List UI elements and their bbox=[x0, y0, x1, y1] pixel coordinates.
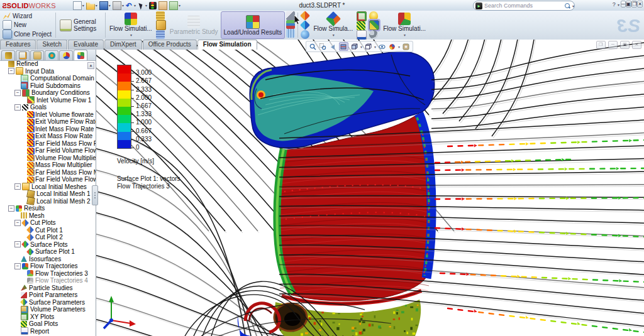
collapse-icon[interactable]: − bbox=[14, 220, 21, 226]
maximize-button[interactable]: ▣ bbox=[626, 1, 632, 8]
tree-item-local-initial-meshes[interactable]: −Local Initial Meshes bbox=[0, 183, 96, 191]
tree-item-surface-parameters[interactable]: Surface Parameters bbox=[0, 299, 96, 306]
zoom-fit-button[interactable] bbox=[309, 43, 317, 50]
panel-tab-property-manager[interactable] bbox=[16, 50, 30, 60]
dropdown-icon[interactable]: ▾ bbox=[96, 3, 97, 8]
solver-button[interactable] bbox=[156, 20, 166, 30]
tree-item-mass-flow-multiplier[interactable]: Mass Flow Multiplier bbox=[0, 161, 96, 169]
save-button[interactable]: ▾ bbox=[99, 1, 111, 10]
grid-results-button[interactable] bbox=[286, 29, 295, 38]
search-icon[interactable] bbox=[565, 3, 570, 9]
probe-button[interactable] bbox=[286, 11, 295, 20]
tree-item-goals[interactable]: −Goals bbox=[0, 104, 96, 111]
new-button[interactable]: New bbox=[3, 21, 52, 29]
collapse-icon[interactable]: − bbox=[14, 263, 21, 269]
panel-tab-dimxpert-manager[interactable] bbox=[45, 50, 58, 60]
undo-button[interactable]: ↶▾ bbox=[125, 1, 136, 10]
dropdown-icon[interactable]: ▾ bbox=[109, 3, 111, 8]
restore-button[interactable]: ❐ bbox=[631, 1, 637, 8]
load-unload-results-button[interactable]: Load/Unload Results bbox=[221, 11, 286, 39]
panel-tab-flow-simulation-tree[interactable] bbox=[74, 50, 87, 60]
dropdown-icon[interactable]: ▾ bbox=[333, 32, 335, 38]
tree-item-particle-studies[interactable]: Particle Studies bbox=[0, 285, 96, 292]
help-dropdown-icon[interactable]: ▾ bbox=[618, 3, 619, 7]
tree-item-report[interactable]: Report bbox=[0, 328, 96, 335]
options-list-button[interactable]: ▾ bbox=[169, 1, 181, 10]
traffic-light-button[interactable] bbox=[148, 1, 157, 10]
zoom-area-button[interactable] bbox=[319, 43, 327, 50]
dropdown-icon[interactable]: ▾ bbox=[374, 45, 376, 49]
flow-simulati--button[interactable]: Flow Simulati...▾ bbox=[107, 11, 155, 39]
open-document-button[interactable]: ▾ bbox=[86, 1, 98, 10]
display-style-button[interactable] bbox=[364, 43, 372, 50]
dropdown-icon[interactable]: ▾ bbox=[404, 32, 406, 38]
search-scope-icon[interactable]: ▸ bbox=[475, 3, 482, 9]
view-orientation-button[interactable] bbox=[350, 43, 358, 50]
tab-sketch[interactable]: Sketch bbox=[36, 40, 67, 50]
report-word-button[interactable] bbox=[357, 30, 367, 40]
help-button[interactable]: ? bbox=[613, 1, 616, 8]
collapse-icon[interactable]: − bbox=[14, 241, 21, 247]
tree-item-far-field-volume-flow-n[interactable]: Far Field Volume Flow N bbox=[0, 176, 96, 183]
tree-item-exit-volume-flow-rate[interactable]: Exit Volume Flow Rate bbox=[0, 118, 96, 126]
close-button[interactable]: ✕ bbox=[637, 1, 643, 8]
dropdown-icon[interactable]: ▾ bbox=[360, 45, 362, 49]
dropdown-icon[interactable]: ▾ bbox=[145, 3, 147, 8]
tree-item-inlet-volume-flowrate[interactable]: Inlet Volume flowrate bbox=[0, 111, 96, 119]
minimize-button[interactable]: ─ bbox=[621, 1, 626, 8]
appearance-button[interactable] bbox=[388, 43, 396, 50]
graphics-viewport[interactable]: ▾▾▾ ❐─▣✕ 3.0002.6672.3332.0001.6671.3331… bbox=[96, 40, 644, 336]
flow-simula--button[interactable]: Flow Simula...▾ bbox=[311, 11, 355, 39]
cut-plot-button[interactable] bbox=[300, 11, 310, 21]
previous-view-button[interactable] bbox=[329, 43, 337, 50]
tree-scroll-up-icon[interactable]: ▲ bbox=[87, 62, 94, 69]
doc-close-button[interactable]: ✕ bbox=[632, 41, 641, 49]
tree-item-flow-trajectories[interactable]: −Flow Trajectories bbox=[0, 263, 96, 270]
tree-item-surface-plots[interactable]: −Surface Plots bbox=[0, 241, 96, 249]
tab-evaluate[interactable]: Evaluate bbox=[68, 40, 104, 50]
tree-item-inlet-volume-flow-1[interactable]: Inlet Volume Flow 1 bbox=[0, 97, 96, 104]
tree-item-goal-plots[interactable]: Goal Plots bbox=[0, 320, 96, 328]
wizard-button[interactable]: Wizard bbox=[3, 12, 52, 20]
tree-item-volume-parameters[interactable]: Volume Parameters bbox=[0, 306, 96, 313]
lightbulb-button[interactable] bbox=[369, 11, 378, 20]
section-view-button[interactable] bbox=[339, 42, 348, 51]
flow-simulati--button[interactable]: Flow Simulati...▾ bbox=[380, 11, 428, 39]
hide-show-items-button[interactable] bbox=[378, 43, 386, 50]
tree-item-far-field-mass-flow-mu[interactable]: Far Field Mass Flow Mu bbox=[0, 169, 96, 176]
collapse-icon[interactable]: − bbox=[14, 183, 21, 190]
tree-item-local-initial-mesh-2[interactable]: Local Initial Mesh 2 bbox=[0, 198, 96, 205]
tab-office-products[interactable]: Office Products bbox=[143, 40, 197, 50]
dropdown-icon[interactable]: ▾ bbox=[122, 3, 124, 8]
search-commands-input[interactable]: ▸ Search Commands ▾ bbox=[473, 1, 575, 11]
new-document-button[interactable]: ▾ bbox=[72, 1, 85, 10]
mesh-view-button[interactable] bbox=[156, 30, 165, 39]
tree-item-mesh[interactable]: Mesh bbox=[0, 212, 96, 220]
print-button[interactable]: ▾ bbox=[112, 1, 125, 10]
tree-item-results[interactable]: −Results bbox=[0, 205, 96, 212]
tree-item-isosurfaces[interactable]: Isosurfaces bbox=[0, 256, 96, 263]
tree-item-surface-plot-1[interactable]: Surface Plot 1 bbox=[0, 248, 96, 256]
parametric-study-button[interactable]: Parametric Study bbox=[167, 11, 221, 39]
tree-item-far-field-mass-flow-rat[interactable]: Far Field Mass Flow Rat bbox=[0, 140, 96, 148]
select-cursor-button[interactable]: ▾ bbox=[137, 1, 148, 10]
tree-item-flow-trajectories-3[interactable]: Flow Trajectories 3 bbox=[0, 270, 96, 278]
copy-settings-button[interactable] bbox=[158, 1, 168, 10]
tree-item-point-parameters[interactable]: Point Parameters bbox=[0, 291, 96, 299]
tab-dimxpert[interactable]: DimXpert bbox=[104, 40, 142, 50]
surface-plot-button[interactable] bbox=[300, 20, 310, 30]
tree-item-xy-plots[interactable]: XY Plots bbox=[0, 313, 96, 321]
mesh-settings-button[interactable] bbox=[156, 11, 165, 20]
dropdown-icon[interactable]: ▾ bbox=[130, 32, 132, 38]
collapse-icon[interactable]: − bbox=[8, 205, 14, 212]
clone-project-button[interactable]: Clone Project bbox=[3, 30, 52, 38]
tree-item-exit-mass-flow-rate[interactable]: Exit Mass Flow Rate bbox=[0, 133, 96, 140]
tree-item-cut-plots[interactable]: −Cut Plots bbox=[0, 219, 96, 227]
tree-item-volume-flow-multiplier[interactable]: Volume Flow Multiplier bbox=[0, 154, 96, 162]
tree-item-computational-domain[interactable]: Computational Domain bbox=[0, 75, 96, 82]
panel-tab-feature-manager[interactable] bbox=[1, 50, 15, 60]
tab-features[interactable]: Features bbox=[0, 40, 36, 50]
tree-item-flow-trajectories-4[interactable]: Flow Trajectories 4 bbox=[0, 277, 96, 285]
panel-splitter-handle[interactable] bbox=[92, 185, 98, 205]
tab-flow-simulation[interactable]: Flow Simulation bbox=[197, 40, 257, 50]
